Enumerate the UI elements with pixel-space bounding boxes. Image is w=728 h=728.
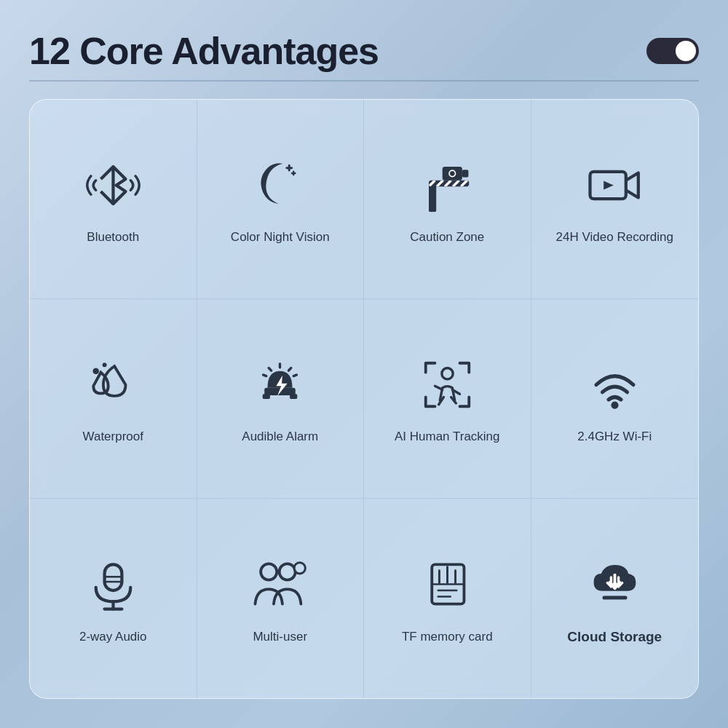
svg-rect-12	[263, 394, 270, 399]
multi-user-label: Multi-user	[253, 629, 307, 645]
svg-rect-6	[462, 170, 469, 177]
tracking-label: AI Human Tracking	[395, 429, 500, 445]
svg-marker-8	[604, 181, 614, 189]
bluetooth-label: Bluetooth	[87, 229, 139, 245]
page-header: 12 Core Advantages	[29, 29, 699, 73]
svg-point-19	[261, 564, 277, 580]
svg-point-15	[611, 401, 618, 408]
cloud-storage-label: Cloud Storage	[567, 628, 662, 646]
features-grid-container: Bluetooth Color Night Vision	[29, 99, 699, 700]
tf-card-icon	[414, 552, 480, 617]
feature-waterproof: Waterproof	[30, 299, 197, 499]
audio-icon	[80, 552, 146, 617]
alarm-icon	[248, 352, 313, 417]
wifi-icon	[582, 352, 647, 417]
caution-zone-icon	[414, 152, 480, 218]
svg-point-10	[102, 363, 106, 367]
feature-multi-user: Multi-user	[197, 499, 365, 698]
feature-24h-video: 24H Video Recording	[531, 100, 699, 299]
night-vision-icon	[248, 152, 313, 218]
night-vision-label: Color Night Vision	[231, 229, 330, 245]
feature-audible-alarm: Audible Alarm	[197, 299, 365, 499]
feature-cloud-storage: Cloud Storage	[531, 499, 699, 698]
video-recording-icon	[582, 152, 647, 218]
multi-user-icon	[248, 552, 313, 617]
caution-zone-label: Caution Zone	[410, 229, 484, 245]
divider	[29, 80, 699, 82]
24h-video-label: 24H Video Recording	[556, 229, 673, 245]
feature-bluetooth: Bluetooth	[30, 100, 197, 299]
waterproof-icon	[80, 352, 146, 417]
feature-ai-tracking: AI Human Tracking	[364, 299, 531, 499]
tf-card-label: TF memory card	[402, 629, 493, 645]
wifi-label: 2.4GHz Wi-Fi	[577, 429, 652, 445]
feature-color-night-vision: Color Night Vision	[197, 100, 365, 299]
feature-wifi: 2.4GHz Wi-Fi	[531, 299, 699, 499]
feature-2way-audio: 2-way Audio	[30, 499, 197, 698]
toggle-knob	[676, 41, 696, 61]
alarm-label: Audible Alarm	[242, 429, 318, 445]
toggle-switch[interactable]	[646, 38, 699, 64]
svg-point-20	[280, 564, 296, 580]
waterproof-label: Waterproof	[83, 429, 143, 445]
features-grid: Bluetooth Color Night Vision	[30, 100, 698, 699]
feature-caution-zone: Caution Zone	[364, 100, 531, 299]
svg-rect-13	[290, 394, 297, 399]
bluetooth-icon	[80, 152, 146, 218]
svg-point-5	[450, 170, 455, 175]
page-title: 12 Core Advantages	[29, 29, 379, 73]
svg-rect-0	[429, 182, 436, 212]
audio-label: 2-way Audio	[79, 629, 147, 645]
svg-point-21	[294, 563, 305, 574]
svg-point-14	[442, 368, 453, 379]
tracking-icon	[414, 352, 480, 417]
svg-point-9	[92, 368, 99, 374]
svg-rect-29	[602, 596, 627, 600]
feature-tf-card: TF memory card	[364, 499, 531, 698]
cloud-storage-icon	[582, 551, 647, 617]
